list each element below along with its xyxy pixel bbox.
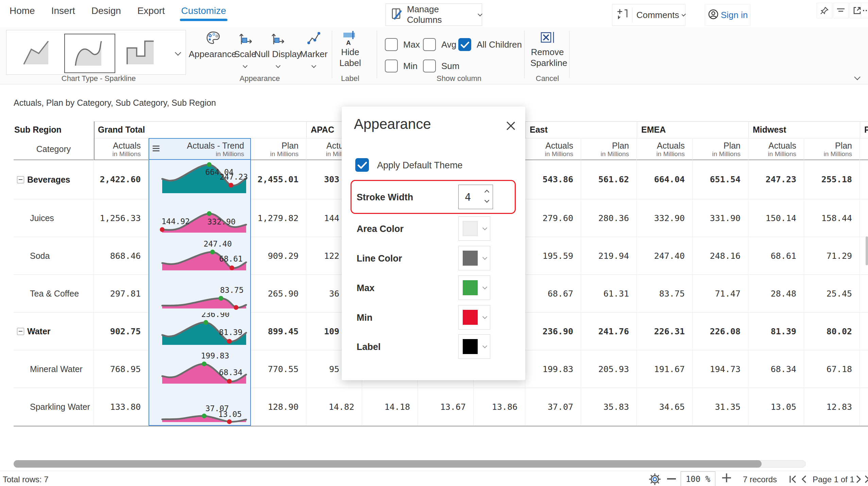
color-chip	[463, 221, 478, 236]
chart-type-step[interactable]	[116, 34, 166, 72]
row-label-cell: Mineral Water	[14, 350, 94, 388]
zoom-level-input[interactable]: 100 %	[681, 471, 715, 486]
checkbox-label-min: Min	[403, 61, 418, 71]
show-column-group-label: Show column	[418, 74, 500, 83]
chevron-down-icon	[276, 63, 280, 68]
prev-page-icon[interactable]	[800, 473, 809, 486]
menu-item-home[interactable]: Home	[10, 5, 35, 21]
color-swatch-label[interactable]	[458, 334, 490, 359]
column-header-grand-total-plan[interactable]: Planin Millions	[251, 138, 306, 160]
cell-midwest-plan: 71.29	[804, 237, 860, 275]
chart-type-smooth-area[interactable]	[64, 34, 115, 73]
color-swatch-max[interactable]	[458, 275, 490, 300]
more-icon[interactable]	[861, 3, 868, 18]
color-swatch-line-color[interactable]	[458, 246, 490, 270]
column-header-grand-total-actuals[interactable]: Actualsin Millions	[94, 138, 149, 160]
vertical-scrollbar[interactable]	[866, 236, 868, 265]
marker-button[interactable]: Marker	[299, 30, 328, 72]
manage-columns-button[interactable]: Manage Columns	[386, 3, 482, 26]
checkbox-sum[interactable]	[423, 60, 436, 72]
menu-item-design[interactable]: Design	[91, 5, 121, 21]
stroke-width-input[interactable]: 4	[458, 185, 493, 209]
collapse-ribbon-icon[interactable]	[854, 74, 860, 80]
close-icon[interactable]	[506, 121, 516, 131]
column-group-header-east[interactable]: East	[525, 121, 637, 138]
last-page-icon[interactable]	[863, 473, 868, 486]
cell-east-plan: 280.36	[581, 199, 637, 237]
checkbox-max[interactable]	[385, 38, 398, 51]
menu-item-customize[interactable]: Customize	[181, 5, 226, 21]
comments-button[interactable]: Comments	[612, 4, 685, 26]
comments-label: Comments	[636, 10, 679, 20]
cell-east-actuals: 236.90	[525, 313, 581, 350]
checkbox-avg[interactable]	[423, 38, 436, 51]
svg-text:13.05: 13.05	[218, 410, 242, 419]
cell-emea-actuals: 83.75	[637, 275, 693, 313]
row-label: Tea & Coffee	[30, 275, 93, 313]
chevron-down-icon	[482, 255, 487, 260]
hide-label-icon: A	[343, 30, 358, 47]
remove-sparkline-button[interactable]: Remove Sparkline	[530, 30, 564, 72]
collapse-icon[interactable]	[17, 176, 24, 183]
cell-actuals-trend: 664.04247.23	[149, 160, 251, 199]
column-header-category[interactable]: Category	[14, 138, 94, 160]
zoom-in-button[interactable]	[721, 472, 732, 485]
cell-east-plan: 205.93	[581, 350, 637, 388]
cell-hidden-2: 13.67	[418, 388, 474, 426]
column-header-midwest-actuals[interactable]: Actualsin Millions	[748, 138, 804, 160]
color-swatch-area-color[interactable]	[458, 216, 490, 241]
checkbox-min[interactable]	[385, 60, 398, 72]
next-page-icon[interactable]	[854, 473, 863, 486]
table-row-sparkling-water: Sparkling Water133.8037.0713.05128.9014.…	[14, 388, 868, 426]
cell-grand-total-actuals: 1,256.33	[94, 199, 149, 237]
chart-type-gallery-expand[interactable]	[170, 30, 186, 75]
null-display-icon	[270, 31, 286, 48]
column-header-emea-actuals[interactable]: Actualsin Millions	[637, 138, 693, 160]
svg-text:81.39: 81.39	[219, 328, 242, 337]
chart-type-line[interactable]	[14, 34, 64, 72]
cell-actuals-trend: 236.9081.39	[149, 313, 251, 350]
menu-item-export[interactable]: Export	[137, 5, 165, 21]
spinner-down-icon[interactable]	[484, 198, 489, 203]
appearance-dialog: Appearance Apply Default Theme Stroke Wi…	[342, 106, 525, 380]
checkbox-all-children[interactable]	[458, 38, 471, 51]
apply-default-theme-checkbox[interactable]	[355, 158, 369, 172]
column-group-header-emea[interactable]: EMEA	[637, 121, 748, 138]
checkbox-label-avg: Avg	[441, 39, 456, 50]
column-header-actuals-trend[interactable]: Actuals - Trendin Millions	[149, 138, 251, 160]
collapse-icon[interactable]	[17, 328, 24, 335]
row-label-cell: Tea & Coffee	[14, 275, 94, 313]
drag-handle-icon[interactable]	[153, 146, 159, 151]
column-header-east-actuals[interactable]: Actualsin Millions	[525, 138, 581, 160]
cell-east-actuals: 543.86	[525, 160, 581, 199]
simplified-ribbon-icon[interactable]	[833, 3, 849, 18]
column-group-header-midwest[interactable]: Midwest	[748, 121, 860, 138]
color-chip	[463, 339, 478, 354]
color-swatch-min[interactable]	[458, 305, 490, 330]
sign-in-button[interactable]: Sign in	[705, 4, 750, 26]
spinner-up-icon[interactable]	[484, 190, 489, 195]
menu-item-insert[interactable]: Insert	[51, 5, 75, 21]
first-page-icon[interactable]	[788, 473, 798, 486]
cell-midwest-actuals: 13.05	[748, 388, 804, 426]
pin-icon[interactable]	[817, 3, 832, 18]
zoom-out-button[interactable]	[667, 478, 676, 480]
cell-midwest-plan: 158.44	[804, 199, 860, 237]
cell-grand-total-plan: 1,279.82	[251, 199, 306, 237]
cell-midwest-plan: 67.18	[804, 350, 860, 388]
null-display-button[interactable]: Null Display	[257, 30, 298, 72]
column-group-header-grand-total[interactable]: Grand Total	[94, 121, 306, 138]
gear-icon[interactable]	[648, 472, 662, 486]
hide-label-button[interactable]: A Hide Label	[337, 30, 364, 72]
row-label: Sparkling Water	[30, 388, 93, 426]
cell-midwest-actuals: 68.34	[748, 350, 804, 388]
column-group-header-pa[interactable]: Pa	[860, 121, 868, 138]
column-header-midwest-plan[interactable]: Planin Millions	[804, 138, 860, 160]
column-header-emea-plan[interactable]: Planin Millions	[693, 138, 748, 160]
color-row-label-min: Min	[357, 313, 373, 323]
menu-bar: HomeInsertDesignExportCustomize	[10, 5, 226, 21]
color-row-label-area-color: Area Color	[357, 224, 404, 234]
column-header-east-plan[interactable]: Planin Millions	[581, 138, 637, 160]
horizontal-scrollbar-thumb[interactable]	[14, 460, 762, 468]
chevron-down-icon	[482, 285, 487, 289]
